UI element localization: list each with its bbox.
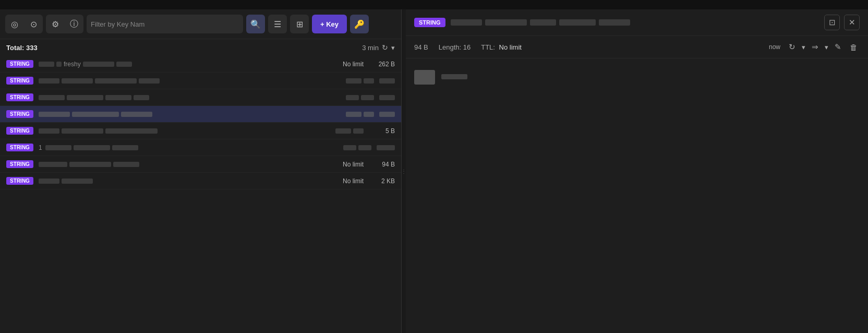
close-icon: ✕	[849, 18, 855, 27]
top-bar	[0, 0, 868, 9]
type-badge: STRING	[6, 60, 33, 68]
grid-icon: ⊞	[296, 19, 303, 29]
detail-actions: ⊡ ✕	[824, 15, 860, 30]
refresh-time: 3 min	[362, 44, 379, 52]
filter-info-group: ⚙ ⓘ	[46, 15, 83, 33]
type-badge: STRING	[6, 127, 33, 135]
refresh-icon[interactable]: ↻	[382, 43, 388, 52]
key-row[interactable]: STRING	[0, 89, 401, 106]
key-icon-button[interactable]: 🔑	[350, 15, 369, 33]
key-ttl-seg	[346, 95, 374, 100]
key-row[interactable]: STRING No limit 94 B	[0, 156, 401, 173]
list-icon: ☰	[274, 19, 281, 29]
detail-length: Length: 16	[439, 43, 471, 51]
key-ttl-seg	[343, 145, 371, 150]
detail-type-badge: STRING	[414, 18, 445, 27]
detail-key-name	[451, 19, 819, 26]
detail-content	[406, 58, 868, 333]
search-icon: 🔍	[250, 19, 261, 29]
close-detail-btn[interactable]: ✕	[844, 15, 860, 30]
copy-btn[interactable]: ⇒	[810, 41, 821, 53]
key-size: 94 B	[369, 161, 395, 168]
info-btn[interactable]: ⓘ	[65, 15, 83, 33]
key-ttl-seg	[346, 78, 374, 84]
key-icon: 🔑	[354, 19, 365, 29]
filter-input[interactable]	[91, 20, 239, 28]
view-toggle-group: ◎ ⊙	[5, 15, 43, 33]
add-key-button[interactable]: + Key	[312, 15, 347, 33]
content-thumbnail	[414, 70, 435, 85]
type-badge: STRING	[6, 160, 33, 168]
tree-view-btn[interactable]: ⊙	[24, 15, 43, 33]
list-layout-btn[interactable]: ☰	[268, 15, 287, 33]
keys-list: STRING freshy No limit 262 B STRING	[0, 56, 401, 333]
type-badge: STRING	[6, 77, 33, 85]
detail-size: 94 B	[414, 43, 428, 51]
key-ttl: No limit	[332, 161, 364, 168]
key-size-seg	[377, 145, 395, 150]
ttl-value: No limit	[499, 43, 522, 51]
filter-icon: ⚙	[52, 19, 59, 29]
list-view-btn[interactable]: ◎	[5, 15, 24, 33]
key-size-seg	[379, 95, 395, 100]
stats-bar: Total: 333 3 min ↻ ▾	[0, 39, 401, 56]
ttl-label: TTL:	[481, 43, 495, 51]
key-row[interactable]: STRING	[0, 73, 401, 89]
refresh-dropdown-icon[interactable]: ▾	[391, 44, 395, 52]
panel-divider[interactable]: ⋮	[402, 9, 406, 333]
type-badge: STRING	[6, 110, 33, 118]
key-row-selected[interactable]: STRING	[0, 106, 401, 123]
key-name	[39, 179, 327, 184]
key-size: 262 B	[369, 61, 395, 68]
key-ttl-seg	[346, 112, 374, 117]
copy-dropdown-btn[interactable]: ▾	[825, 43, 828, 51]
edit-btn[interactable]: ✎	[833, 41, 843, 53]
key-size: 2 KB	[369, 177, 395, 185]
resize-icon: ⊡	[829, 18, 836, 27]
search-button[interactable]: 🔍	[246, 15, 265, 33]
key-name: freshy	[39, 61, 327, 68]
layers-icon: ⊙	[30, 19, 37, 29]
key-size: 5 B	[369, 127, 395, 135]
circle-icon: ◎	[11, 19, 18, 29]
type-badge: STRING	[6, 144, 33, 151]
detail-meta-actions: now ↻ ▾ ⇒ ▾ ✎ 🗑	[769, 41, 860, 53]
detail-ttl: TTL: No limit	[481, 43, 522, 51]
key-name	[39, 78, 341, 84]
info-icon: ⓘ	[70, 19, 78, 30]
grid-layout-btn[interactable]: ⊞	[290, 15, 309, 33]
delete-btn[interactable]: 🗑	[848, 42, 860, 53]
total-count: Total: 333	[6, 44, 38, 52]
left-panel: ◎ ⊙ ⚙ ⓘ 🔍 ☰	[0, 9, 402, 333]
key-name	[39, 95, 341, 100]
key-ttl: No limit	[332, 61, 364, 68]
toolbar: ◎ ⊙ ⚙ ⓘ 🔍 ☰	[0, 9, 401, 39]
key-size-seg	[379, 112, 395, 117]
refresh-info: 3 min ↻ ▾	[362, 43, 395, 52]
content-item	[414, 67, 860, 88]
key-row[interactable]: STRING freshy No limit 262 B	[0, 56, 401, 73]
resize-window-btn[interactable]: ⊡	[824, 15, 840, 30]
key-name: 1	[39, 144, 338, 151]
key-size-seg	[379, 78, 395, 84]
key-row[interactable]: STRING No limit 2 KB	[0, 173, 401, 189]
refresh-detail-btn[interactable]: ↻	[787, 41, 798, 53]
key-name	[39, 112, 341, 117]
key-name	[39, 162, 327, 167]
detail-meta: 94 B Length: 16 TTL: No limit now ↻ ▾ ⇒ …	[406, 36, 868, 58]
detail-header: STRING ⊡ ✕	[406, 9, 868, 36]
right-panel: STRING ⊡ ✕ 94 B	[406, 9, 868, 333]
key-ttl-seg	[335, 128, 364, 134]
key-row[interactable]: STRING 1	[0, 139, 401, 156]
type-badge: STRING	[6, 93, 33, 101]
filter-input-wrap	[87, 15, 243, 33]
refresh-dropdown-btn[interactable]: ▾	[802, 43, 805, 51]
key-ttl: No limit	[332, 177, 364, 185]
content-value	[441, 74, 467, 81]
key-row[interactable]: STRING 5 B	[0, 123, 401, 139]
key-name	[39, 128, 330, 134]
refresh-time-label: now	[769, 43, 780, 51]
type-badge: STRING	[6, 177, 33, 185]
filter-btn[interactable]: ⚙	[46, 15, 65, 33]
main-layout: ◎ ⊙ ⚙ ⓘ 🔍 ☰	[0, 9, 868, 333]
